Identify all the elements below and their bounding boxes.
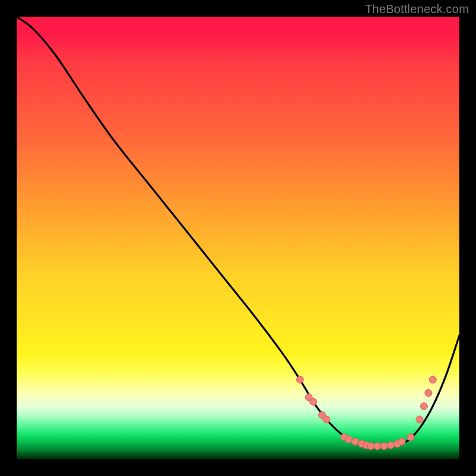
- watermark-text: TheBottleneck.com: [365, 2, 469, 16]
- curve-marker: [309, 398, 317, 405]
- curve-marker: [323, 416, 330, 423]
- curve-marker: [420, 403, 427, 410]
- curve-marker: [296, 376, 303, 383]
- curve-marker: [352, 438, 359, 445]
- chart-frame: TheBottleneck.com: [0, 0, 476, 476]
- curve-marker: [387, 441, 394, 449]
- bottleneck-curve: [17, 17, 459, 446]
- curve-marker: [345, 436, 352, 443]
- curve-marker: [429, 376, 436, 383]
- chart-svg: [17, 17, 459, 459]
- curve-marker: [367, 443, 374, 450]
- curve-marker: [374, 443, 381, 450]
- curve-marker: [407, 434, 414, 441]
- curve-markers: [296, 376, 436, 450]
- curve-marker: [425, 389, 432, 396]
- curve-marker: [398, 438, 405, 445]
- curve-marker: [381, 443, 388, 450]
- curve-marker: [416, 416, 423, 423]
- plot-area: [17, 17, 459, 459]
